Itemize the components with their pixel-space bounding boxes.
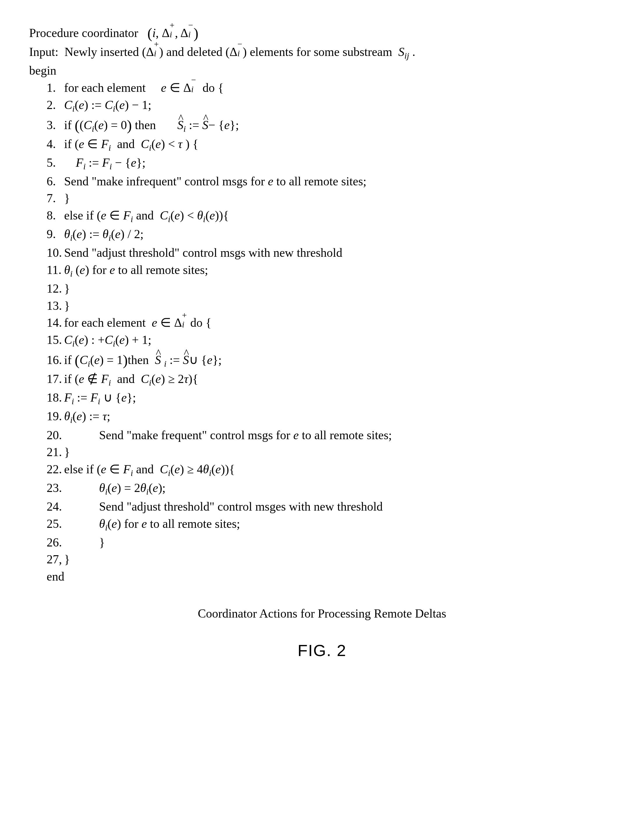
code-line: 24. Send "adjust threshold" control msge… [29, 498, 615, 515]
line-number: 9. [47, 226, 64, 242]
line-number: 7. [47, 190, 64, 207]
line-body: } [64, 551, 615, 568]
line-number: 4. [47, 136, 64, 152]
code-line: 5. Fi := Fi − {e}; [29, 155, 615, 173]
line-number: 5. [47, 155, 64, 171]
line-number: 26. [47, 534, 64, 551]
line-number: 12. [47, 281, 64, 297]
line-number: 23. [47, 480, 64, 496]
code-line: 10. Send "adjust threshold" control msgs… [29, 245, 615, 261]
line-body: θi(e) := θi(e) / 2; [64, 226, 615, 244]
line-body: θi(e) for e to all remote sites; [64, 515, 615, 533]
line-number: 14. [47, 314, 64, 331]
input-text-a: Newly inserted ( [64, 45, 146, 58]
line-body: } [64, 534, 615, 551]
code-line: 27, } [29, 551, 615, 568]
line-number: 22. [47, 461, 64, 478]
line-number: 19. [47, 408, 64, 425]
line-number: 8. [47, 207, 64, 224]
line-body: for each element e ∈ Δ+i do { [64, 314, 615, 331]
code-line: 2. Ci(e) := Ci(e) − 1; [29, 97, 615, 115]
line-body: Fi := Fi − {e}; [64, 155, 615, 173]
code-line: 22. else if (e ∈ Fi and Ci(e) ≥ 4θi(e)){ [29, 461, 615, 479]
code-line: 4. if (e ∈ Fi and Ci(e) < τ ) { [29, 136, 615, 154]
input-text-d: . [412, 45, 416, 58]
code-line: 20. Send "make frequent" control msgs fo… [29, 427, 615, 444]
begin-keyword: begin [29, 62, 615, 79]
line-number: 3. [47, 117, 64, 133]
code-line: 19. θi(e) := τ; [29, 408, 615, 426]
procedure-title: Procedure coordinator (i, Δ+i, Δ−i) [29, 23, 615, 43]
line-number: 20. [47, 427, 64, 444]
line-body: if (e ∉ Fi and Ci(e) ≥ 2τ){ [64, 371, 615, 389]
line-body: θi(e) := τ; [64, 408, 615, 426]
line-body: } [64, 281, 615, 297]
code-line: 6. Send "make infrequent" control msgs f… [29, 173, 615, 190]
line-number: 2. [47, 97, 64, 113]
line-body: else if (e ∈ Fi and Ci(e) < θi(e)){ [64, 207, 615, 225]
line-body: if ((Ci(e) = 0) then Si := S− {e}; [64, 115, 615, 135]
document-body: Procedure coordinator (i, Δ+i, Δ−i) Inpu… [29, 23, 615, 661]
line-body: else if (e ∈ Fi and Ci(e) ≥ 4θi(e)){ [64, 461, 615, 479]
line-body: for each element e ∈ Δ−i do { [64, 80, 615, 96]
line-body: if (Ci(e) = 1)then S i := S∪ {e}; [64, 350, 615, 370]
line-body: θi (e) for e to all remote sites; [64, 262, 615, 280]
input-line: Input: Newly inserted (Δ+i) and deleted … [29, 44, 615, 62]
code-line: 1. for each element e ∈ Δ−i do { [29, 80, 615, 96]
line-body: } [64, 444, 615, 460]
line-number: 15. [47, 332, 64, 348]
line-number: 25. [47, 515, 64, 532]
input-label: Input: [29, 45, 58, 58]
line-body: } [64, 190, 615, 207]
code-line: 3. if ((Ci(e) = 0) then Si := S− {e}; [29, 115, 615, 135]
input-text-c: ) elements for some substream [243, 45, 392, 58]
code-line: 18. Fi := Fi ∪ {e}; [29, 389, 615, 408]
code-line: 13. } [29, 297, 615, 314]
code-line: 21. } [29, 444, 615, 460]
line-body: Send "adjust threshold" control msgs wit… [64, 245, 615, 261]
code-line: 15. Ci(e) : +Ci(e) + 1; [29, 332, 615, 350]
code-line: 9. θi(e) := θi(e) / 2; [29, 226, 615, 244]
code-line: 17. if (e ∉ Fi and Ci(e) ≥ 2τ){ [29, 371, 615, 389]
figure-caption: Coordinator Actions for Processing Remot… [29, 606, 615, 622]
line-number: 16. [47, 352, 64, 368]
line-number: 21. [47, 444, 64, 460]
code-line: 8. else if (e ∈ Fi and Ci(e) < θi(e)){ [29, 207, 615, 225]
line-body: θi(e) = 2θi(e); [64, 480, 615, 498]
code-line: 26. } [29, 534, 615, 551]
line-body: Ci(e) : +Ci(e) + 1; [64, 332, 615, 350]
line-body: Send "make infrequent" control msgs for … [64, 173, 615, 190]
line-number: 10. [47, 245, 64, 261]
code-line: 16. if (Ci(e) = 1)then S i := S∪ {e}; [29, 350, 615, 370]
line-number: 24. [47, 498, 64, 515]
line-number: 13. [47, 297, 64, 314]
code-line: 11. θi (e) for e to all remote sites; [29, 262, 615, 280]
line-number: 18. [47, 389, 64, 406]
line-body: Ci(e) := Ci(e) − 1; [64, 97, 615, 115]
figure-label: FIG. 2 [29, 639, 615, 662]
line-number: 27, [47, 551, 64, 568]
line-number: 11. [47, 262, 64, 278]
end-keyword: end [29, 568, 615, 585]
line-body: Fi := Fi ∪ {e}; [64, 389, 615, 408]
line-body: Send "make frequent" control msgs for e … [64, 427, 615, 444]
line-body: } [64, 297, 615, 314]
line-body: if (e ∈ Fi and Ci(e) < τ ) { [64, 136, 615, 154]
code-line: 25. θi(e) for e to all remote sites; [29, 515, 615, 533]
title-prefix: Procedure coordinator [29, 26, 138, 40]
line-number: 17. [47, 371, 64, 387]
code-line: 14. for each element e ∈ Δ+i do { [29, 314, 615, 331]
code-line: 23. θi(e) = 2θi(e); [29, 480, 615, 498]
input-text-b: ) and deleted ( [159, 45, 229, 58]
line-number: 1. [47, 80, 64, 96]
line-body: Send "adjust threshold" control msges wi… [64, 498, 615, 515]
code-line: 7. } [29, 190, 615, 207]
line-number: 6. [47, 173, 64, 190]
code-line: 12. } [29, 281, 615, 297]
